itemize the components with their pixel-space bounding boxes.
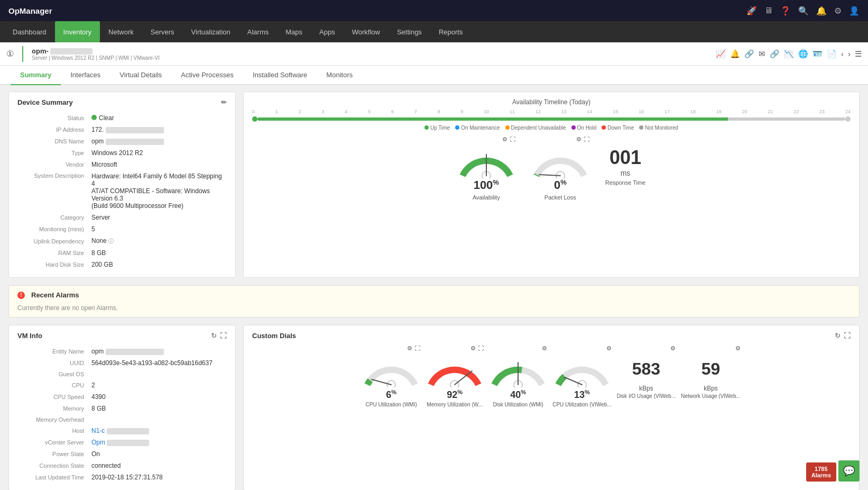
top-row: Device Summary ✏ Status Clear IP Address… [8, 92, 860, 285]
power-state-row: Power State On [19, 449, 226, 459]
disk-wmi-settings[interactable]: ⚙ [542, 345, 547, 352]
entity-redacted [106, 349, 164, 355]
help-icon[interactable]: ❓ [780, 6, 791, 16]
vm-expand-icon[interactable]: ⛶ [220, 332, 227, 340]
nav-settings[interactable]: Settings [389, 21, 430, 42]
gauge-expand-icon[interactable]: ⛶ [510, 136, 515, 143]
tab-installed-software[interactable]: Installed Software [243, 66, 317, 85]
tab-interfaces[interactable]: Interfaces [61, 66, 110, 85]
cpu-wmi-label: CPU Utilization (WMI) [362, 402, 420, 407]
netusage-settings[interactable]: ⚙ [735, 345, 741, 352]
vcenter-row: vCenter Server Opm [19, 437, 226, 448]
pl-expand-icon[interactable]: ⛶ [584, 136, 589, 143]
rt-label: Response Time [605, 179, 645, 186]
monitor-icon[interactable]: 🖥 [764, 6, 773, 15]
host-link[interactable]: N1-c [91, 427, 149, 434]
tab-virtual-details[interactable]: Virtual Details [110, 66, 171, 85]
mem-wmi-settings[interactable]: ⚙ [470, 345, 476, 352]
type-row: Type Windows 2012 R2 [19, 148, 226, 158]
legend-maintenance-dot [455, 125, 459, 130]
monitoring-row: Monitoring (mins) 5 [19, 224, 226, 234]
timeline-legend: Up Time On Maintenance Dependent Unavail… [252, 125, 851, 131]
nav-dashboard[interactable]: Dashboard [4, 21, 55, 42]
device-info-table: Status Clear IP Address 172. DNS Name op… [17, 112, 227, 271]
chat-button[interactable]: 💬 [838, 460, 860, 482]
mem-wmi-label: Memory Utilization (W... [426, 402, 484, 407]
bell-icon[interactable]: 🔔 [816, 6, 827, 16]
nav-reports[interactable]: Reports [430, 21, 472, 42]
alert-badge[interactable]: 1785 Alarms [806, 462, 836, 482]
nav-servers[interactable]: Servers [142, 21, 183, 42]
graph-icon[interactable]: 📉 [784, 49, 794, 59]
mem-wmi-gauge-svg [426, 353, 484, 387]
dial-diskio-vi: ⚙ 583 kBps Disk I/O Usage (VIWeb... [617, 345, 676, 407]
dials-refresh-icon[interactable]: ↻ [835, 332, 841, 340]
prev-icon[interactable]: ‹ [841, 49, 844, 58]
rt-value: 001 [605, 147, 645, 169]
nav-network[interactable]: Network [100, 21, 142, 42]
user-icon[interactable]: 👤 [849, 6, 860, 16]
breadcrumb-left: ① opm- Server | Windows 2012 R2 | SNMP |… [6, 46, 160, 62]
packet-loss-gauge: ⚙⛶ 0% Packet Loss [531, 136, 589, 201]
entity-name-row: Entity Name opm [19, 346, 226, 357]
tab-monitors[interactable]: Monitors [317, 66, 362, 85]
netusage-value: 59 [701, 359, 721, 379]
svg-point-2 [556, 171, 565, 178]
gauges-row: ⚙⛶ 100% Availability ⚙⛶ [252, 136, 851, 201]
edit-icon[interactable]: ✏ [221, 98, 227, 106]
menu-icon[interactable]: ☰ [855, 49, 862, 59]
ip-row: IP Address 172. [19, 124, 226, 135]
launch-icon[interactable]: 🚀 [746, 6, 757, 16]
rt-unit: ms [605, 169, 645, 177]
alarm-empty-text: Currently there are no open Alarms. [17, 304, 851, 312]
globe-icon[interactable]: 🌐 [798, 49, 808, 59]
dial-cpu-wmi: ⚙⛶ 6% CPU Utilization (WMI) [362, 345, 420, 407]
next-icon[interactable]: › [848, 49, 851, 58]
alert-settings-icon[interactable]: 🔔 [730, 49, 740, 59]
nav-apps[interactable]: Apps [311, 21, 344, 42]
nav-virtualization[interactable]: Virtualization [183, 21, 239, 42]
nav-inventory[interactable]: Inventory [55, 21, 100, 42]
breadcrumb-right: 📈 🔔 🔗 ✉ 🔗 📉 🌐 🪪 📄 ‹ › ☰ [716, 49, 862, 59]
gear-icon[interactable]: ⚙ [834, 6, 842, 16]
legend-onhold-dot [571, 125, 576, 130]
device-name: opm- [32, 47, 160, 55]
network-icon[interactable]: 🔗 [744, 49, 754, 59]
vcenter-link[interactable]: Opm [91, 439, 149, 446]
alert-label: Alarms [811, 472, 831, 478]
dns-row: DNS Name opm [19, 136, 226, 147]
pl-settings-icon[interactable]: ⚙ [576, 136, 581, 143]
mem-overhead-row: Memory Overhead [19, 415, 226, 424]
device-meta: Server | Windows 2012 R2 | SNMP | WMI | … [32, 55, 160, 61]
status-row: Status Clear [19, 113, 226, 123]
cpu-speed-row: CPU Speed 4390 [19, 392, 226, 402]
vm-refresh-icon[interactable]: ↻ [211, 332, 217, 340]
nav-alarms[interactable]: Alarms [239, 21, 277, 42]
nav-workflow[interactable]: Workflow [344, 21, 389, 42]
cpu-wmi-expand[interactable]: ⛶ [414, 345, 420, 352]
file-icon[interactable]: 📄 [827, 49, 837, 59]
card-icon[interactable]: 🪪 [812, 49, 823, 59]
mem-wmi-expand[interactable]: ⛶ [478, 345, 484, 352]
link-icon[interactable]: 🔗 [770, 49, 780, 59]
back-button[interactable]: ① [6, 49, 14, 59]
nav-maps[interactable]: Maps [277, 21, 311, 42]
dials-expand-icon[interactable]: ⛶ [844, 332, 851, 340]
disk-wmi-gauge-svg [489, 353, 547, 387]
cpu-vi-settings[interactable]: ⚙ [606, 345, 612, 352]
tab-active-processes[interactable]: Active Processes [171, 66, 243, 85]
diskio-settings[interactable]: ⚙ [670, 345, 676, 352]
guest-os-row: Guest OS [19, 369, 226, 379]
ram-row: RAM Size 8 GB [19, 248, 226, 258]
chart-icon[interactable]: 📈 [716, 49, 726, 59]
email-icon[interactable]: ✉ [759, 49, 765, 59]
gauge-settings-icon[interactable]: ⚙ [502, 136, 507, 143]
cpu-wmi-gauge-svg [362, 353, 420, 387]
search-icon[interactable]: 🔍 [798, 6, 809, 16]
recent-alarms-title: ! Recent Alarms [17, 291, 851, 299]
tab-summary[interactable]: Summary [11, 66, 61, 85]
dial-disk-wmi: ⚙ 40% Disk Utilization (WMI) [489, 345, 547, 407]
pl-value: 0% [531, 178, 589, 192]
cpu-wmi-settings[interactable]: ⚙ [407, 345, 412, 352]
top-bar: OpManager 🚀 🖥 ❓ 🔍 🔔 ⚙ 👤 [0, 0, 868, 21]
